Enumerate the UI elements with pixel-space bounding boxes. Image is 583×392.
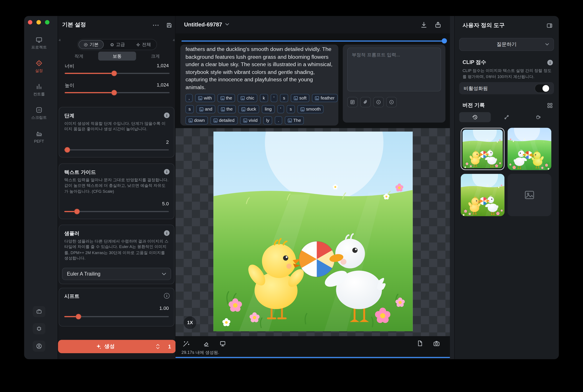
token-chip[interactable]: k [260, 94, 268, 102]
tab-basic[interactable]: 기본 [78, 40, 104, 49]
minimize-button[interactable] [37, 20, 41, 25]
history-scrubber[interactable] [181, 38, 445, 43]
version-thumbnail-1[interactable] [461, 128, 504, 170]
token-chip[interactable]: feather [312, 94, 338, 102]
token-chip[interactable]: down [186, 116, 208, 124]
document-title-menu[interactable]: Untitled-69787 [184, 21, 229, 28]
prompt-panel[interactable]: feathers and the duckling's smooth down … [180, 45, 338, 126]
token-chip[interactable]: smooth [298, 105, 324, 114]
steps-slider[interactable] [64, 147, 169, 153]
more-options-icon[interactable] [152, 22, 159, 29]
download-button[interactable] [420, 21, 428, 30]
token-chip[interactable]: the [217, 94, 235, 102]
close-button[interactable] [28, 20, 32, 25]
token-chip[interactable]: s [186, 105, 194, 114]
sidebar-item-projects[interactable]: 프로젝트 [24, 33, 54, 53]
zoom-button[interactable] [45, 20, 50, 25]
guidance-description: 텍스트 입력을 얼마나 문자 그대로 반영할지를 결정합니다. 값이 높으면 텍… [64, 177, 169, 194]
token-chip[interactable]: s [287, 105, 295, 114]
info-icon[interactable]: i [164, 112, 169, 118]
sidebar-item-peft[interactable]: PEFT [24, 126, 54, 147]
tab-history[interactable] [459, 112, 491, 122]
canvas[interactable]: 1X [176, 128, 450, 336]
generate-button[interactable]: 생성 1 [58, 340, 176, 353]
token-chip[interactable]: chic [238, 94, 257, 102]
export-file-button[interactable] [417, 340, 424, 348]
board-tool-button[interactable] [219, 340, 226, 349]
steps-slider-knob[interactable] [65, 147, 70, 153]
stepper-up-icon[interactable] [156, 344, 159, 346]
version-thumbnail-empty[interactable] [507, 174, 551, 216]
width-slider-knob[interactable] [111, 70, 117, 76]
grid-view-button[interactable] [547, 102, 553, 110]
negative-prompt-input[interactable]: 부정적 프롬프트 입력... [347, 48, 441, 91]
sidebar-item-control[interactable]: 컨트롤 [24, 80, 54, 100]
sidebar-item-settings[interactable]: 설정 [24, 56, 54, 76]
token-chip[interactable]: The [285, 116, 304, 124]
version-thumbnail-2[interactable] [507, 128, 551, 170]
version-thumbnail-3[interactable] [461, 174, 504, 216]
height-slider[interactable] [65, 90, 169, 96]
guidance-title: 텍스트 가이드 [64, 169, 96, 176]
tab-nodes[interactable] [491, 112, 522, 122]
guidance-slider[interactable] [64, 208, 169, 214]
token-chip[interactable]: vivid [240, 116, 260, 124]
play-button[interactable] [373, 97, 384, 107]
clip-toggle-label: 비활성화됨 [464, 85, 535, 92]
token-chip[interactable]: and [196, 105, 215, 114]
inpaint-tool-button[interactable] [182, 340, 190, 349]
info-icon[interactable]: i [547, 60, 553, 66]
info-icon[interactable]: i [164, 230, 169, 236]
height-label: 높이 [65, 82, 75, 89]
clip-toggle-switch[interactable] [535, 84, 550, 92]
snapshot-button[interactable] [433, 340, 440, 349]
tab-all[interactable]: 전체 [131, 40, 156, 49]
account-button[interactable] [33, 340, 45, 352]
token-chip[interactable]: with [195, 94, 215, 102]
zoom-level-badge[interactable]: 1X [184, 316, 196, 329]
scrubber-handle[interactable] [442, 38, 447, 43]
token-chip[interactable]: duck [238, 105, 259, 114]
sampler-dropdown[interactable]: Euler A Trailing [62, 268, 171, 280]
size-option-medium[interactable]: 보통 [98, 52, 136, 60]
info-icon[interactable]: i [164, 169, 169, 174]
model-manager-button[interactable] [33, 306, 45, 317]
panel-toggle-button[interactable] [546, 22, 553, 30]
token-chip[interactable]: detailed [210, 116, 237, 124]
play-circle-icon [376, 100, 381, 105]
attach-button[interactable] [360, 97, 371, 107]
token-chip[interactable]: ly [263, 116, 272, 124]
left-rail: 프로젝트 설정 컨트롤 JS 스크립트 PEFT [24, 16, 58, 359]
save-preset-icon[interactable] [166, 22, 173, 30]
token-chip[interactable]: ' [277, 105, 284, 114]
token-chip[interactable]: ' [271, 94, 277, 102]
token-chip[interactable]: the [218, 105, 236, 114]
size-option-small[interactable]: 작게 [60, 52, 98, 60]
sidebar-item-scripts[interactable]: JS 스크립트 [24, 103, 54, 123]
generated-image[interactable] [213, 132, 413, 331]
prompt-text[interactable]: feathers and the duckling's smooth down … [186, 45, 333, 91]
token-chip[interactable]: s [280, 94, 288, 102]
width-slider[interactable] [65, 70, 169, 76]
stepper-down-icon[interactable] [156, 347, 159, 349]
token-chip[interactable]: , [186, 94, 193, 102]
generate-count-stepper[interactable] [152, 344, 163, 349]
text-format-button[interactable] [347, 97, 358, 107]
share-button[interactable] [434, 21, 442, 30]
shift-slider-knob[interactable] [76, 314, 81, 319]
token-chip[interactable]: ling [262, 105, 274, 114]
height-slider-knob[interactable] [111, 90, 117, 96]
shift-slider[interactable] [64, 314, 169, 319]
toggle-knob[interactable] [542, 85, 549, 92]
ask-question-button[interactable]: 질문하기 [459, 38, 554, 51]
size-option-large[interactable]: 크게 [136, 52, 174, 60]
eraser-tool-button[interactable] [202, 340, 210, 349]
token-chip[interactable]: soft [291, 94, 310, 102]
token-chip[interactable]: . [275, 116, 282, 124]
target-button[interactable] [386, 97, 397, 107]
tab-advanced[interactable]: 고급 [105, 40, 130, 49]
guidance-slider-knob[interactable] [74, 209, 80, 214]
tab-brew[interactable] [522, 112, 554, 122]
debug-button[interactable] [33, 323, 45, 334]
info-icon[interactable]: i [164, 293, 169, 299]
